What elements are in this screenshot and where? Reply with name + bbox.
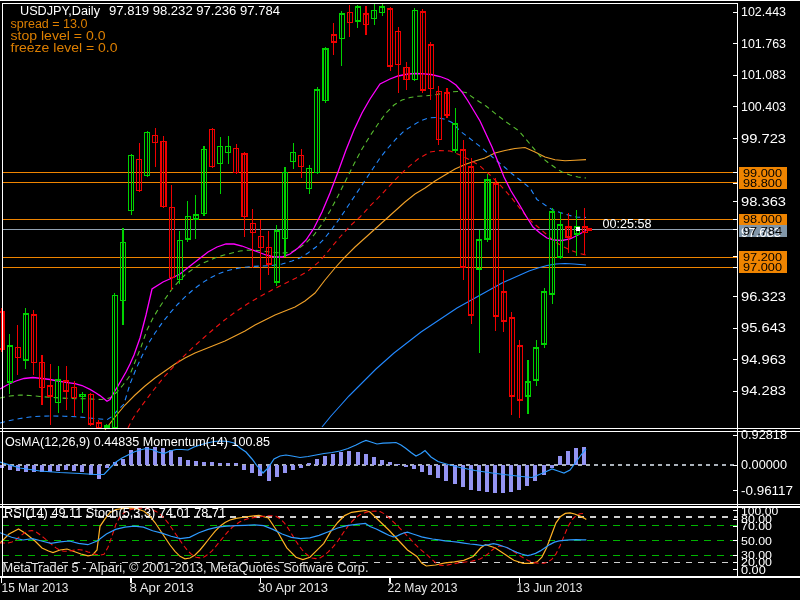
svg-text:98.800: 98.800	[743, 177, 782, 189]
svg-text:8 Apr 2013: 8 Apr 2013	[130, 581, 194, 595]
svg-text:97.000: 97.000	[743, 261, 782, 273]
svg-text:94.963: 94.963	[741, 353, 786, 367]
svg-text:96.323: 96.323	[741, 290, 786, 304]
svg-text:101.763: 101.763	[741, 37, 786, 51]
svg-text:0.00000: 0.00000	[741, 458, 787, 472]
svg-text:100.403: 100.403	[741, 100, 786, 114]
svg-text:13 Jun 2013: 13 Jun 2013	[517, 581, 583, 595]
svg-text:98.363: 98.363	[741, 195, 786, 209]
svg-text:RSI(14) 49.11 Stoch(5,3,3) 74.: RSI(14) 49.11 Stoch(5,3,3) 74.01 78.71	[4, 506, 226, 520]
svg-text:97.819 98.232 97.236 97.784: 97.819 98.232 97.236 97.784	[109, 4, 280, 18]
svg-text:94.283: 94.283	[741, 384, 786, 398]
svg-text:0.00: 0.00	[741, 564, 766, 576]
svg-text:freeze level = 0.0: freeze level = 0.0	[11, 41, 118, 55]
svg-text:101.083: 101.083	[741, 68, 786, 82]
svg-text:-0.96117: -0.96117	[741, 484, 793, 498]
svg-text:MetaTrader 5 - Alpari, © 2001-: MetaTrader 5 - Alpari, © 2001-2013, Meta…	[3, 561, 369, 575]
svg-text:99.723: 99.723	[741, 132, 786, 146]
svg-text:OsMA(12,26,9) 0.44835 Momentum: OsMA(12,26,9) 0.44835 Momentum(14) 100.8…	[5, 435, 270, 449]
svg-text:102.443: 102.443	[741, 5, 786, 19]
svg-text:95.643: 95.643	[741, 321, 786, 335]
svg-text:0.92818: 0.92818	[741, 428, 787, 442]
svg-text:22 May 2013: 22 May 2013	[388, 581, 458, 595]
svg-text:97.784: 97.784	[743, 225, 783, 237]
svg-text:15 Mar 2013: 15 Mar 2013	[2, 581, 69, 595]
svg-text:98.000: 98.000	[743, 213, 782, 225]
svg-text:70.00: 70.00	[741, 520, 772, 532]
svg-text:USDJPY,Daily: USDJPY,Daily	[20, 4, 100, 18]
svg-text:50.00: 50.00	[741, 535, 772, 547]
svg-text:00:25:58: 00:25:58	[603, 217, 652, 231]
svg-text:30 Apr 2013: 30 Apr 2013	[258, 581, 328, 595]
